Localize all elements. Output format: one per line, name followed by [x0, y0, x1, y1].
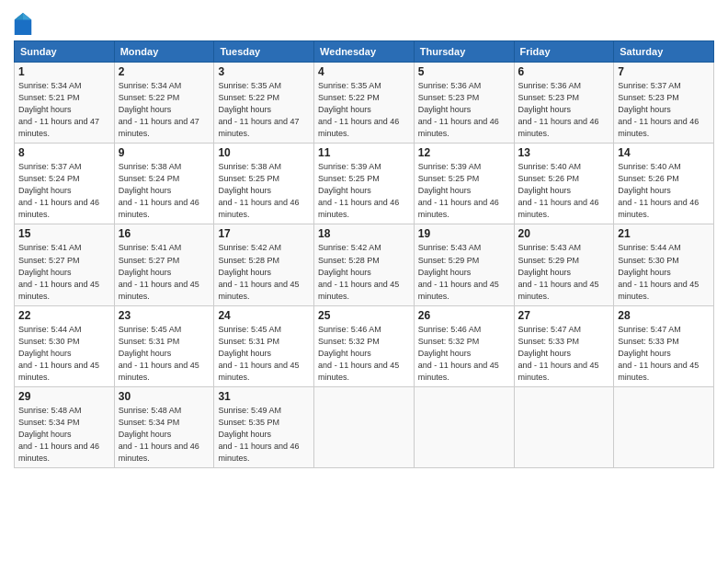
day-detail: Sunrise: 5:46 AMSunset: 5:32 PMDaylight …: [418, 324, 510, 384]
day-number: 2: [119, 65, 210, 78]
day-number: 23: [119, 309, 210, 322]
header-day-wednesday: Wednesday: [314, 41, 415, 63]
day-detail: Sunrise: 5:41 AMSunset: 5:27 PMDaylight …: [18, 242, 110, 302]
calendar-cell: 6Sunrise: 5:36 AMSunset: 5:23 PMDaylight…: [514, 63, 614, 144]
svg-marker-2: [15, 13, 23, 19]
day-detail: Sunrise: 5:36 AMSunset: 5:23 PMDaylight …: [518, 80, 610, 140]
day-detail: Sunrise: 5:45 AMSunset: 5:31 PMDaylight …: [119, 324, 210, 384]
calendar-cell: 1Sunrise: 5:34 AMSunset: 5:21 PMDaylight…: [15, 63, 115, 144]
calendar-cell: 29Sunrise: 5:48 AMSunset: 5:34 PMDayligh…: [15, 386, 115, 467]
header: [14, 9, 714, 35]
day-number: 29: [18, 390, 110, 403]
day-detail: Sunrise: 5:42 AMSunset: 5:28 PMDaylight …: [318, 242, 410, 302]
calendar-cell: 11Sunrise: 5:39 AMSunset: 5:25 PMDayligh…: [314, 144, 415, 224]
calendar-cell: 20Sunrise: 5:43 AMSunset: 5:29 PMDayligh…: [514, 224, 614, 305]
calendar-week-3: 15Sunrise: 5:41 AMSunset: 5:27 PMDayligh…: [15, 224, 714, 305]
day-number: 28: [618, 309, 710, 322]
calendar-header-row: SundayMondayTuesdayWednesdayThursdayFrid…: [15, 41, 714, 63]
day-detail: Sunrise: 5:37 AMSunset: 5:24 PMDaylight …: [18, 161, 110, 221]
svg-marker-1: [23, 13, 31, 19]
calendar-cell: 26Sunrise: 5:46 AMSunset: 5:32 PMDayligh…: [414, 305, 514, 386]
day-detail: Sunrise: 5:47 AMSunset: 5:33 PMDaylight …: [618, 324, 710, 384]
calendar-cell: 27Sunrise: 5:47 AMSunset: 5:33 PMDayligh…: [514, 305, 614, 386]
day-detail: Sunrise: 5:35 AMSunset: 5:22 PMDaylight …: [218, 80, 310, 140]
day-detail: Sunrise: 5:34 AMSunset: 5:22 PMDaylight …: [119, 80, 210, 140]
calendar-week-5: 29Sunrise: 5:48 AMSunset: 5:34 PMDayligh…: [15, 386, 714, 467]
calendar-cell: [314, 386, 415, 467]
calendar-cell: 24Sunrise: 5:45 AMSunset: 5:31 PMDayligh…: [214, 305, 314, 386]
logo-icon: [14, 13, 32, 35]
day-detail: Sunrise: 5:42 AMSunset: 5:28 PMDaylight …: [218, 242, 310, 302]
day-number: 8: [18, 146, 110, 159]
calendar-cell: 14Sunrise: 5:40 AMSunset: 5:26 PMDayligh…: [614, 144, 714, 224]
calendar-week-4: 22Sunrise: 5:44 AMSunset: 5:30 PMDayligh…: [15, 305, 714, 386]
day-detail: Sunrise: 5:35 AMSunset: 5:22 PMDaylight …: [318, 80, 410, 140]
day-number: 19: [418, 227, 510, 240]
day-detail: Sunrise: 5:43 AMSunset: 5:29 PMDaylight …: [518, 242, 610, 302]
page: SundayMondayTuesdayWednesdayThursdayFrid…: [0, 0, 728, 563]
calendar-cell: 15Sunrise: 5:41 AMSunset: 5:27 PMDayligh…: [15, 224, 115, 305]
day-number: 30: [119, 390, 210, 403]
calendar-cell: 7Sunrise: 5:37 AMSunset: 5:23 PMDaylight…: [614, 63, 714, 144]
day-detail: Sunrise: 5:44 AMSunset: 5:30 PMDaylight …: [618, 242, 710, 302]
day-number: 3: [218, 65, 310, 78]
day-detail: Sunrise: 5:43 AMSunset: 5:29 PMDaylight …: [418, 242, 510, 302]
day-number: 24: [218, 309, 310, 322]
day-number: 31: [218, 390, 310, 403]
day-detail: Sunrise: 5:38 AMSunset: 5:24 PMDaylight …: [119, 161, 210, 221]
day-number: 21: [618, 227, 710, 240]
calendar-cell: 28Sunrise: 5:47 AMSunset: 5:33 PMDayligh…: [614, 305, 714, 386]
calendar-cell: 21Sunrise: 5:44 AMSunset: 5:30 PMDayligh…: [614, 224, 714, 305]
day-detail: Sunrise: 5:48 AMSunset: 5:34 PMDaylight …: [18, 405, 110, 465]
day-number: 13: [518, 146, 610, 159]
calendar-cell: 16Sunrise: 5:41 AMSunset: 5:27 PMDayligh…: [114, 224, 214, 305]
day-number: 14: [618, 146, 710, 159]
day-detail: Sunrise: 5:45 AMSunset: 5:31 PMDaylight …: [218, 324, 310, 384]
logo: [14, 13, 34, 35]
day-number: 6: [518, 65, 610, 78]
day-detail: Sunrise: 5:40 AMSunset: 5:26 PMDaylight …: [518, 161, 610, 221]
header-day-thursday: Thursday: [414, 41, 514, 63]
calendar-cell: 10Sunrise: 5:38 AMSunset: 5:25 PMDayligh…: [214, 144, 314, 224]
day-number: 5: [418, 65, 510, 78]
day-number: 7: [618, 65, 710, 78]
calendar-cell: 12Sunrise: 5:39 AMSunset: 5:25 PMDayligh…: [414, 144, 514, 224]
day-detail: Sunrise: 5:39 AMSunset: 5:25 PMDaylight …: [318, 161, 410, 221]
day-detail: Sunrise: 5:39 AMSunset: 5:25 PMDaylight …: [418, 161, 510, 221]
calendar-cell: 13Sunrise: 5:40 AMSunset: 5:26 PMDayligh…: [514, 144, 614, 224]
calendar-cell: 23Sunrise: 5:45 AMSunset: 5:31 PMDayligh…: [114, 305, 214, 386]
calendar-cell: [614, 386, 714, 467]
day-detail: Sunrise: 5:47 AMSunset: 5:33 PMDaylight …: [518, 324, 610, 384]
calendar-week-2: 8Sunrise: 5:37 AMSunset: 5:24 PMDaylight…: [15, 144, 714, 224]
calendar-cell: 18Sunrise: 5:42 AMSunset: 5:28 PMDayligh…: [314, 224, 415, 305]
calendar-cell: 2Sunrise: 5:34 AMSunset: 5:22 PMDaylight…: [114, 63, 214, 144]
calendar-cell: 25Sunrise: 5:46 AMSunset: 5:32 PMDayligh…: [314, 305, 415, 386]
header-day-monday: Monday: [114, 41, 214, 63]
day-number: 26: [418, 309, 510, 322]
day-detail: Sunrise: 5:41 AMSunset: 5:27 PMDaylight …: [119, 242, 210, 302]
day-detail: Sunrise: 5:37 AMSunset: 5:23 PMDaylight …: [618, 80, 710, 140]
day-number: 4: [318, 65, 410, 78]
day-detail: Sunrise: 5:34 AMSunset: 5:21 PMDaylight …: [18, 80, 110, 140]
calendar-cell: 9Sunrise: 5:38 AMSunset: 5:24 PMDaylight…: [114, 144, 214, 224]
calendar-cell: 8Sunrise: 5:37 AMSunset: 5:24 PMDaylight…: [15, 144, 115, 224]
calendar-cell: [414, 386, 514, 467]
day-number: 27: [518, 309, 610, 322]
day-detail: Sunrise: 5:49 AMSunset: 5:35 PMDaylight …: [218, 405, 310, 465]
day-number: 22: [18, 309, 110, 322]
day-number: 10: [218, 146, 310, 159]
day-number: 9: [119, 146, 210, 159]
header-day-friday: Friday: [514, 41, 614, 63]
calendar-cell: [514, 386, 614, 467]
day-number: 20: [518, 227, 610, 240]
day-number: 12: [418, 146, 510, 159]
day-number: 17: [218, 227, 310, 240]
day-number: 25: [318, 309, 410, 322]
day-detail: Sunrise: 5:36 AMSunset: 5:23 PMDaylight …: [418, 80, 510, 140]
calendar-cell: 5Sunrise: 5:36 AMSunset: 5:23 PMDaylight…: [414, 63, 514, 144]
calendar-cell: 19Sunrise: 5:43 AMSunset: 5:29 PMDayligh…: [414, 224, 514, 305]
day-detail: Sunrise: 5:48 AMSunset: 5:34 PMDaylight …: [119, 405, 210, 465]
header-day-saturday: Saturday: [614, 41, 714, 63]
calendar-cell: 17Sunrise: 5:42 AMSunset: 5:28 PMDayligh…: [214, 224, 314, 305]
day-number: 18: [318, 227, 410, 240]
